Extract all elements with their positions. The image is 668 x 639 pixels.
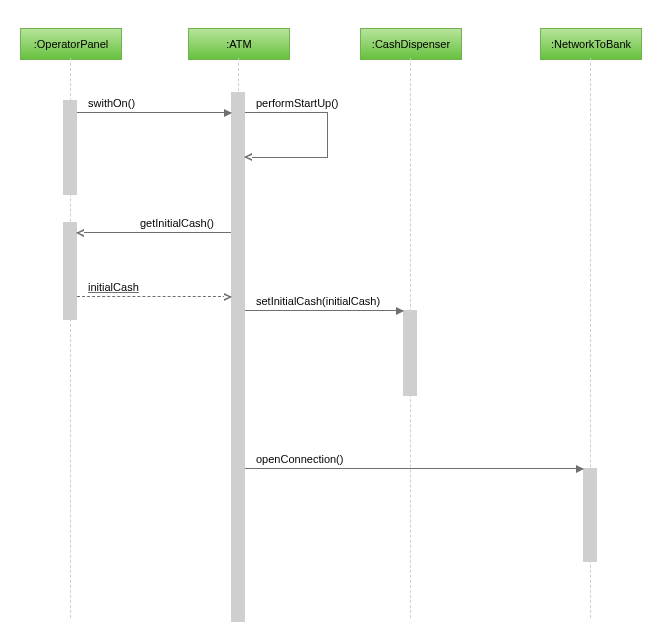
label-get-initial-cash: getInitialCash() [140, 217, 214, 229]
activation-network [583, 468, 597, 562]
activation-dispenser [403, 310, 417, 396]
label-initial-cash-return: initialCash [88, 281, 139, 293]
activation-atm [231, 92, 245, 622]
message-open-connection [245, 468, 583, 469]
label-perform-startup: performStartUp() [256, 97, 339, 109]
message-get-initial-cash [77, 232, 231, 233]
lifeline-atm: :ATM [188, 28, 290, 60]
message-perform-startup [245, 112, 328, 158]
label-open-connection: openConnection() [256, 453, 343, 465]
lifeline-cash-dispenser: :CashDispenser [360, 28, 462, 60]
sequence-diagram: :OperatorPanel :ATM :CashDispenser :Netw… [0, 0, 668, 639]
message-set-initial-cash [245, 310, 403, 311]
activation-operator-2 [63, 222, 77, 320]
label-switch-on: swithOn() [88, 97, 135, 109]
message-switch-on [77, 112, 231, 113]
label-set-initial-cash: setInitialCash(initialCash) [256, 295, 380, 307]
activation-operator-1 [63, 100, 77, 195]
lifeline-network: :NetworkToBank [540, 28, 642, 60]
message-initial-cash-return [77, 296, 231, 297]
lifeline-operator-panel: :OperatorPanel [20, 28, 122, 60]
